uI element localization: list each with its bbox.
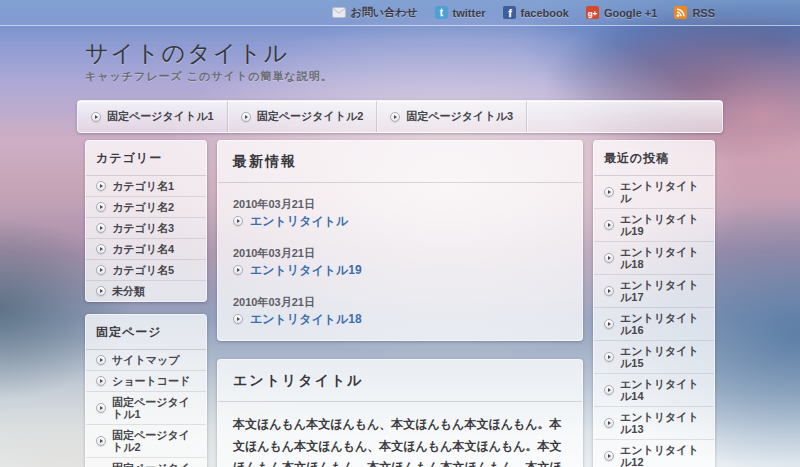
recent-post-link[interactable]: エントリタイトル <box>594 176 714 208</box>
nav-item[interactable]: 固定ページタイトル3 <box>377 101 527 132</box>
recent-post-label: エントリタイトル15 <box>620 345 704 369</box>
contact-link[interactable]: お問い合わせ <box>332 5 418 20</box>
page: お問い合わせ t twitter f facebook g+ Google +1… <box>0 0 800 467</box>
recent-post-label: エントリタイトル12 <box>620 444 704 467</box>
rss-label: RSS <box>692 7 715 19</box>
arrow-circle-icon <box>96 355 106 365</box>
category-label: カテゴリ名1 <box>112 180 174 192</box>
twitter-link[interactable]: t twitter <box>435 6 486 19</box>
arrow-circle-icon <box>604 286 614 296</box>
top-bar: お問い合わせ t twitter f facebook g+ Google +1… <box>0 0 800 26</box>
news-entry-title: エントリタイトル19 <box>250 263 362 277</box>
recent-post-link[interactable]: エントリタイトル19 <box>594 208 714 241</box>
arrow-circle-icon <box>96 244 106 254</box>
page-link[interactable]: ショートコード <box>86 370 206 391</box>
facebook-icon: f <box>503 6 516 19</box>
page-label: ショートコード <box>112 375 190 387</box>
recent-post-link[interactable]: エントリタイトル15 <box>594 340 714 373</box>
widget-recent-title: 最近の投稿 <box>594 141 714 176</box>
arrow-circle-icon <box>96 265 106 275</box>
news-entry-link[interactable]: エントリタイトル19 <box>233 263 567 277</box>
nav-item-label: 固定ページタイトル1 <box>107 109 214 124</box>
facebook-link[interactable]: f facebook <box>503 6 569 19</box>
nav-item[interactable]: 固定ページタイトル1 <box>78 101 228 132</box>
category-list: カテゴリ名1 カテゴリ名2 カテゴリ名3 <box>86 176 206 301</box>
category-label: 未分類 <box>112 285 145 297</box>
facebook-label: facebook <box>521 7 569 19</box>
category-link[interactable]: カテゴリ名1 <box>86 176 206 196</box>
page-link[interactable]: 固定ページタイトル2 <box>86 424 206 457</box>
twitter-icon: t <box>435 6 448 19</box>
news-entry-link[interactable]: エントリタイトル <box>233 214 567 228</box>
article-body: 本文ほんもん本文ほんもん、本文ほんもん本文ほんもん。本文ほんもん本文ほんもん、本… <box>218 402 582 467</box>
arrow-circle-icon <box>604 253 614 263</box>
recent-post-link[interactable]: エントリタイトル16 <box>594 307 714 340</box>
widget-recent-posts: 最近の投稿 エントリタイトル エントリタイトル19 <box>593 140 715 467</box>
page-link[interactable]: サイトマップ <box>86 350 206 370</box>
recent-posts-list: エントリタイトル エントリタイトル19 エントリタイトル18 <box>594 176 714 467</box>
page-link[interactable]: 固定ページタイトル1 <box>86 391 206 424</box>
pages-list: サイトマップ ショートコード 固定ページタイトル1 <box>86 350 206 467</box>
arrow-circle-icon <box>96 376 106 386</box>
recent-post-label: エントリタイトル18 <box>620 246 704 270</box>
widget-categories-title: カテゴリー <box>86 141 206 176</box>
category-link[interactable]: カテゴリ名3 <box>86 217 206 238</box>
recent-post-label: エントリタイトル14 <box>620 378 704 402</box>
category-label: カテゴリ名4 <box>112 243 174 255</box>
arrow-circle-icon <box>604 187 614 197</box>
news-title: 最新情報 <box>218 141 582 183</box>
recent-post-link[interactable]: エントリタイトル14 <box>594 373 714 406</box>
arrow-circle-icon <box>233 314 243 324</box>
widget-categories: カテゴリー カテゴリ名1 カテゴリ名2 <box>85 140 207 302</box>
arrow-circle-icon <box>96 436 106 446</box>
category-link[interactable]: カテゴリ名4 <box>86 238 206 259</box>
arrow-circle-icon <box>96 403 106 413</box>
arrow-circle-icon <box>96 202 106 212</box>
news-entry-date: 2010年03月21日 <box>233 247 567 259</box>
contact-label: お問い合わせ <box>351 5 418 20</box>
arrow-circle-icon <box>233 216 243 226</box>
arrow-circle-icon <box>96 286 106 296</box>
recent-post-link[interactable]: エントリタイトル12 <box>594 439 714 467</box>
nav-item[interactable]: 固定ページタイトル2 <box>228 101 378 132</box>
right-sidebar: 最近の投稿 エントリタイトル エントリタイトル19 <box>593 140 715 467</box>
googleplus-link[interactable]: g+ Google +1 <box>586 6 658 19</box>
arrow-circle-icon <box>604 352 614 362</box>
svg-text:f: f <box>508 7 512 19</box>
arrow-circle-icon <box>241 112 251 122</box>
recent-post-label: エントリタイトル17 <box>620 279 704 303</box>
category-link[interactable]: カテゴリ名2 <box>86 196 206 217</box>
recent-post-label: エントリタイトル13 <box>620 411 704 435</box>
rss-link[interactable]: RSS <box>674 6 715 19</box>
nav-item-label: 固定ページタイトル2 <box>257 109 364 124</box>
site-title[interactable]: サイトのタイトル <box>85 40 715 66</box>
news-box: 最新情報 2010年03月21日 エントリタイトル <box>217 140 583 341</box>
recent-post-link[interactable]: エントリタイトル18 <box>594 241 714 274</box>
arrow-circle-icon <box>604 385 614 395</box>
recent-post-label: エントリタイトル <box>620 180 704 204</box>
news-entry: 2010年03月21日 エントリタイトル <box>218 187 582 236</box>
recent-post-link[interactable]: エントリタイトル13 <box>594 406 714 439</box>
recent-post-link[interactable]: エントリタイトル17 <box>594 274 714 307</box>
arrow-circle-icon <box>604 319 614 329</box>
widget-pages: 固定ページ サイトマップ ショートコード <box>85 314 207 467</box>
arrow-circle-icon <box>604 418 614 428</box>
googleplus-icon: g+ <box>586 6 599 19</box>
article-box: エントリタイトル 本文ほんもん本文ほんもん、本文ほんもん本文ほんもん。本文ほんも… <box>217 359 583 467</box>
arrow-circle-icon <box>604 451 614 461</box>
news-entry-link[interactable]: エントリタイトル18 <box>233 312 567 326</box>
arrow-circle-icon <box>233 265 243 275</box>
category-link[interactable]: カテゴリ名5 <box>86 259 206 280</box>
columns: カテゴリー カテゴリ名1 カテゴリ名2 <box>85 140 715 467</box>
news-list: 2010年03月21日 エントリタイトル 2010年03月21日 <box>218 183 582 340</box>
arrow-circle-icon <box>390 112 400 122</box>
mail-icon <box>332 7 346 18</box>
page-link[interactable]: 固定ページタイトル3 <box>86 457 206 467</box>
main-column: 最新情報 2010年03月21日 エントリタイトル <box>217 140 583 467</box>
widget-pages-title: 固定ページ <box>86 315 206 350</box>
left-sidebar: カテゴリー カテゴリ名1 カテゴリ名2 <box>85 140 207 467</box>
googleplus-label: Google +1 <box>604 7 658 19</box>
twitter-label: twitter <box>453 7 486 19</box>
site-tagline: キャッチフレーズ このサイトの簡単な説明。 <box>85 69 715 83</box>
category-link[interactable]: 未分類 <box>86 280 206 301</box>
